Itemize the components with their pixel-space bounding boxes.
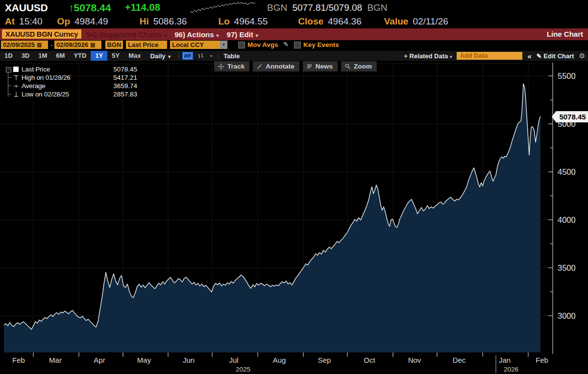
x-month-label: Aug <box>273 356 286 364</box>
news-button[interactable]: News <box>303 61 338 71</box>
news-lines-icon <box>306 63 313 70</box>
collapse-panel-button[interactable]: « <box>527 52 531 60</box>
edit-chart-button[interactable]: ✎ Edit Chart <box>537 52 574 60</box>
bloomberg-terminal-window: { "header": { "symbol": "XAUUSD", "arrow… <box>0 0 588 374</box>
quote-stat-label: Hi <box>140 16 149 26</box>
field-select[interactable]: Last Price <box>126 41 167 49</box>
legend-value: 5078.45 <box>100 66 137 73</box>
period-button-6m[interactable]: 6M <box>51 51 69 61</box>
menu-item-suggested-charts[interactable]: 94) Suggested Charts▾ <box>86 30 167 39</box>
toolbar-divider <box>218 52 219 59</box>
calendar-icon[interactable]: ▦ <box>90 42 95 47</box>
bar-chart-icon <box>197 53 204 59</box>
menu-item-actions[interactable]: 96) Actions▾ <box>174 30 219 39</box>
legend-tree-cell <box>6 82 13 90</box>
menu-bar: XAUUSD BGN Curncy 94) Suggested Charts▾9… <box>0 28 588 40</box>
header-ohlc-row: At15:40Op4984.49Hi5086.36Lo4964.55Close4… <box>5 15 583 28</box>
chevron-down-icon: ▾ <box>450 54 452 59</box>
chart-type-more-caret-icon[interactable]: ▾ <box>210 54 212 58</box>
frequency-value: Daily <box>150 52 165 60</box>
calendar-icon[interactable]: ▦ <box>37 42 42 47</box>
legend-row[interactable]: −Last Price5078.45 <box>6 65 137 73</box>
legend-tree-stub <box>8 94 11 94</box>
date-from-input[interactable]: 02/09/2025 ▦ <box>1 41 48 49</box>
chart-toolbar: TrackAnnotateNewsZoom <box>214 61 377 71</box>
line-chart-type-button[interactable] <box>182 52 193 60</box>
price-area-fill <box>4 84 540 352</box>
legend-label: High on 01/28/26 <box>22 74 100 81</box>
date-to-value: 02/09/2026 <box>56 41 88 49</box>
quote-stat-label: Close <box>298 16 323 26</box>
legend-row[interactable]: High on 01/28/265417.21 <box>6 73 137 82</box>
quote-stat-label: Value <box>384 16 409 26</box>
quote-stat-value: 4984.49 <box>74 16 108 26</box>
track-crosshair-icon <box>218 63 224 70</box>
quote-stat: Close4964.36 <box>298 16 361 27</box>
annotate-button[interactable]: Annotate <box>253 61 299 71</box>
bar-chart-type-button[interactable] <box>196 52 205 60</box>
quote-stat: Lo4964.55 <box>218 16 268 27</box>
period-button-5y[interactable]: 5Y <box>107 51 124 61</box>
add-data-input[interactable]: Add Data <box>457 52 522 60</box>
currency-select[interactable]: Local CCY <box>170 41 223 49</box>
track-label: Track <box>227 63 245 70</box>
chevron-down-icon: ▾ <box>217 33 219 38</box>
security-symbol: XAUUSD <box>5 2 48 14</box>
chevron-down-icon: ▾ <box>256 33 258 38</box>
x-month-label: Jul <box>229 356 238 364</box>
zoom-button[interactable]: Zoom <box>341 61 377 71</box>
gear-icon[interactable]: ⚙ <box>579 52 585 60</box>
quote-stat: Value02/11/26 <box>384 16 448 27</box>
period-button-3d[interactable]: 3D <box>17 51 34 61</box>
legend-value: 2857.83 <box>100 91 137 98</box>
quote-stat: Op4984.49 <box>57 16 108 27</box>
legend-row[interactable]: Low on 02/28/252857.83 <box>6 90 137 98</box>
currency-dropdown-button[interactable]: ▼ <box>220 41 227 49</box>
legend-tree-cell <box>6 73 13 82</box>
period-button-1m[interactable]: 1M <box>34 51 51 61</box>
x-month-label: Nov <box>408 356 421 364</box>
x-axis: FebMarAprMayJunJulAugSepOctNovDecJanFeb2… <box>12 352 548 373</box>
table-button[interactable]: Table <box>223 52 240 60</box>
x-month-label: Oct <box>364 356 375 364</box>
related-data-button[interactable]: + Related Data ▾ <box>404 52 452 60</box>
security-ticker-box[interactable]: XAUUSD BGN Curncy <box>2 29 81 39</box>
frequency-select[interactable]: Daily ▼ <box>145 52 176 60</box>
toolbar-divider <box>178 52 179 59</box>
mov-avgs-edit-pencil-icon[interactable]: ✎ <box>283 41 289 48</box>
period-button-1d[interactable]: 1D <box>0 51 17 61</box>
line-chart-icon <box>183 53 192 59</box>
magnifier-icon <box>344 63 351 70</box>
bid-ask-quote: BGN 5077.81/5079.08 BGN <box>265 2 390 13</box>
legend-icon-cell <box>13 83 22 89</box>
period-button-max[interactable]: Max <box>124 51 145 61</box>
up-arrow-icon: ↑ <box>69 2 74 13</box>
legend-icon-cell <box>13 91 22 97</box>
legend-collapse-icon[interactable]: − <box>6 67 11 72</box>
key-events-label[interactable]: Key Events <box>303 41 339 48</box>
legend-tree-stub <box>8 77 11 78</box>
chart-type-label: Line Chart <box>547 30 583 38</box>
x-month-label: Apr <box>94 356 105 364</box>
y-tick-label: 4500 <box>558 167 576 176</box>
quote-stat: At15:40 <box>5 16 43 27</box>
mov-avgs-label[interactable]: Mov Avgs <box>247 41 278 48</box>
edit-chart-label: Edit Chart <box>543 52 574 60</box>
period-button-ytd[interactable]: YTD <box>69 51 91 61</box>
chart-legend: −Last Price5078.45High on 01/28/265417.2… <box>6 65 137 98</box>
track-button[interactable]: Track <box>214 61 249 71</box>
last-price: 5078.44 <box>74 2 111 13</box>
menu-item-edit[interactable]: 97) Edit▾ <box>227 30 258 39</box>
x-month-label: Dec <box>453 356 466 364</box>
y-tick-label: 3500 <box>558 263 576 272</box>
y-tick-label: 5500 <box>558 71 576 80</box>
legend-icon-cell <box>13 66 22 72</box>
source-select[interactable]: BGN <box>105 41 123 49</box>
pencil-icon: ✎ <box>537 52 542 60</box>
legend-tree-cell: − <box>6 65 13 73</box>
mov-avgs-checkbox[interactable] <box>238 42 245 48</box>
period-button-1y[interactable]: 1Y <box>91 51 107 61</box>
legend-row[interactable]: Average3659.74 <box>6 82 137 90</box>
key-events-checkbox[interactable] <box>294 42 301 48</box>
date-to-input[interactable]: 02/09/2026 ▦ <box>54 41 101 49</box>
